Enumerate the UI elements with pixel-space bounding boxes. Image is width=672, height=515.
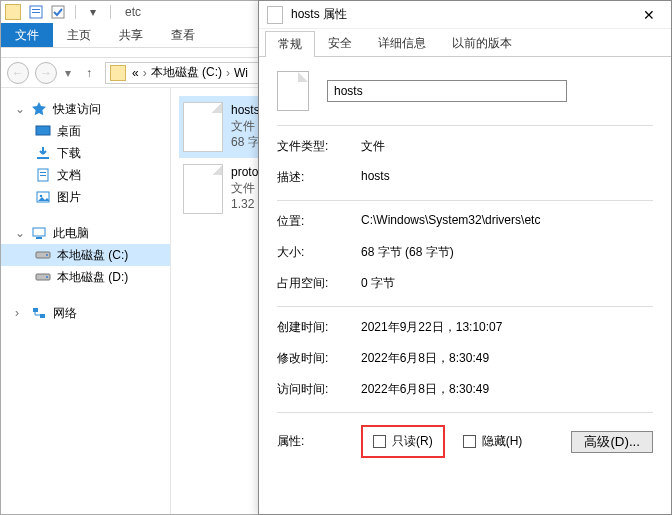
breadcrumb-next[interactable]: Wi bbox=[234, 66, 248, 80]
nav-label: 网络 bbox=[53, 305, 77, 322]
tab-view[interactable]: 查看 bbox=[157, 23, 209, 47]
chevron-down-icon: ⌄ bbox=[15, 102, 25, 116]
svg-rect-12 bbox=[33, 228, 45, 236]
svg-rect-18 bbox=[33, 308, 38, 312]
properties-dialog: hosts 属性 ✕ 常规 安全 详细信息 以前的版本 文件类型:文件 描述:h… bbox=[258, 0, 672, 515]
nav-history-dropdown[interactable]: ▾ bbox=[63, 66, 73, 80]
nav-label: 本地磁盘 (D:) bbox=[57, 269, 128, 286]
label-location: 位置: bbox=[277, 213, 361, 230]
value-location: C:\Windows\System32\drivers\etc bbox=[361, 213, 653, 230]
nav-drive-d[interactable]: 本地磁盘 (D:) bbox=[1, 266, 170, 288]
nav-up-button[interactable]: ↑ bbox=[79, 63, 99, 83]
separator bbox=[75, 5, 76, 19]
nav-forward-button[interactable]: → bbox=[35, 62, 57, 84]
label-accessed: 访问时间: bbox=[277, 381, 361, 398]
chevron-right-icon: › bbox=[139, 66, 151, 80]
readonly-checkbox[interactable] bbox=[373, 435, 386, 448]
separator bbox=[110, 5, 111, 19]
qat-checkbox-icon[interactable] bbox=[51, 5, 65, 19]
nav-label: 本地磁盘 (C:) bbox=[57, 247, 128, 264]
svg-point-17 bbox=[46, 276, 48, 278]
nav-this-pc[interactable]: ⌄ 此电脑 bbox=[1, 222, 170, 244]
svg-point-15 bbox=[46, 254, 48, 256]
svg-rect-8 bbox=[40, 172, 46, 173]
nav-back-button[interactable]: ← bbox=[7, 62, 29, 84]
nav-downloads[interactable]: 下载 bbox=[1, 142, 170, 164]
network-icon bbox=[31, 305, 47, 321]
hidden-label: 隐藏(H) bbox=[482, 433, 523, 450]
window-title: etc bbox=[125, 5, 141, 19]
nav-label: 图片 bbox=[57, 189, 81, 206]
svg-rect-6 bbox=[37, 157, 49, 159]
value-size: 68 字节 (68 字节) bbox=[361, 244, 653, 261]
label-created: 创建时间: bbox=[277, 319, 361, 336]
nav-label: 文档 bbox=[57, 167, 81, 184]
qat-properties-icon[interactable] bbox=[29, 5, 43, 19]
chevron-right-icon: › bbox=[222, 66, 234, 80]
value-description: hosts bbox=[361, 169, 653, 186]
value-modified: 2022年6月8日，8:30:49 bbox=[361, 350, 653, 367]
svg-rect-1 bbox=[32, 9, 40, 10]
filename-input[interactable] bbox=[327, 80, 567, 102]
folder-icon bbox=[110, 65, 126, 81]
nav-drive-c[interactable]: 本地磁盘 (C:) bbox=[1, 244, 170, 266]
tab-previous-versions[interactable]: 以前的版本 bbox=[439, 30, 525, 56]
pictures-icon bbox=[35, 189, 51, 205]
file-type: 文件 bbox=[231, 118, 260, 134]
nav-label: 下载 bbox=[57, 145, 81, 162]
desktop-icon bbox=[35, 123, 51, 139]
value-accessed: 2022年6月8日，8:30:49 bbox=[361, 381, 653, 398]
nav-label: 此电脑 bbox=[53, 225, 89, 242]
nav-label: 桌面 bbox=[57, 123, 81, 140]
tab-file[interactable]: 文件 bbox=[1, 23, 53, 47]
dialog-titlebar: hosts 属性 ✕ bbox=[259, 1, 671, 29]
nav-quick-access[interactable]: ⌄ 快速访问 bbox=[1, 98, 170, 120]
advanced-button[interactable]: 高级(D)... bbox=[571, 431, 653, 453]
breadcrumb-drive[interactable]: 本地磁盘 (C:) bbox=[151, 64, 222, 81]
label-modified: 修改时间: bbox=[277, 350, 361, 367]
tab-general[interactable]: 常规 bbox=[265, 31, 315, 57]
close-button[interactable]: ✕ bbox=[627, 1, 671, 28]
file-icon bbox=[183, 164, 223, 214]
file-name: hosts bbox=[231, 102, 260, 118]
hidden-checkbox[interactable] bbox=[463, 435, 476, 448]
value-created: 2021年9月22日，13:10:07 bbox=[361, 319, 653, 336]
value-filetype: 文件 bbox=[361, 138, 653, 155]
label-filetype: 文件类型: bbox=[277, 138, 361, 155]
dialog-title: hosts 属性 bbox=[291, 6, 347, 23]
nav-network[interactable]: › 网络 bbox=[1, 302, 170, 324]
nav-label: 快速访问 bbox=[53, 101, 101, 118]
chevron-down-icon: ⌄ bbox=[15, 226, 25, 240]
label-size-on-disk: 占用空间: bbox=[277, 275, 361, 292]
svg-rect-3 bbox=[52, 6, 64, 18]
file-size: 1.32 bbox=[231, 196, 258, 212]
readonly-highlight: 只读(R) bbox=[361, 425, 445, 458]
dialog-tabs: 常规 安全 详细信息 以前的版本 bbox=[259, 29, 671, 57]
nav-pictures[interactable]: 图片 bbox=[1, 186, 170, 208]
file-icon bbox=[267, 6, 283, 24]
label-attributes: 属性: bbox=[277, 433, 361, 450]
file-type: 文件 bbox=[231, 180, 258, 196]
nav-documents[interactable]: 文档 bbox=[1, 164, 170, 186]
divider bbox=[277, 200, 653, 201]
tab-security[interactable]: 安全 bbox=[315, 30, 365, 56]
svg-rect-9 bbox=[40, 175, 46, 176]
tab-home[interactable]: 主页 bbox=[53, 23, 105, 47]
divider bbox=[277, 306, 653, 307]
svg-rect-13 bbox=[36, 237, 42, 239]
value-size-on-disk: 0 字节 bbox=[361, 275, 653, 292]
tab-share[interactable]: 共享 bbox=[105, 23, 157, 47]
document-icon bbox=[35, 167, 51, 183]
dialog-body: 文件类型:文件 描述:hosts 位置:C:\Windows\System32\… bbox=[259, 57, 671, 468]
file-icon bbox=[183, 102, 223, 152]
label-description: 描述: bbox=[277, 169, 361, 186]
svg-rect-4 bbox=[36, 126, 50, 135]
file-name: proto bbox=[231, 164, 258, 180]
drive-icon bbox=[35, 247, 51, 263]
qat-dropdown-icon[interactable]: ▾ bbox=[86, 5, 100, 19]
tab-details[interactable]: 详细信息 bbox=[365, 30, 439, 56]
label-size: 大小: bbox=[277, 244, 361, 261]
divider bbox=[277, 412, 653, 413]
nav-desktop[interactable]: 桌面 bbox=[1, 120, 170, 142]
folder-icon bbox=[5, 4, 21, 20]
